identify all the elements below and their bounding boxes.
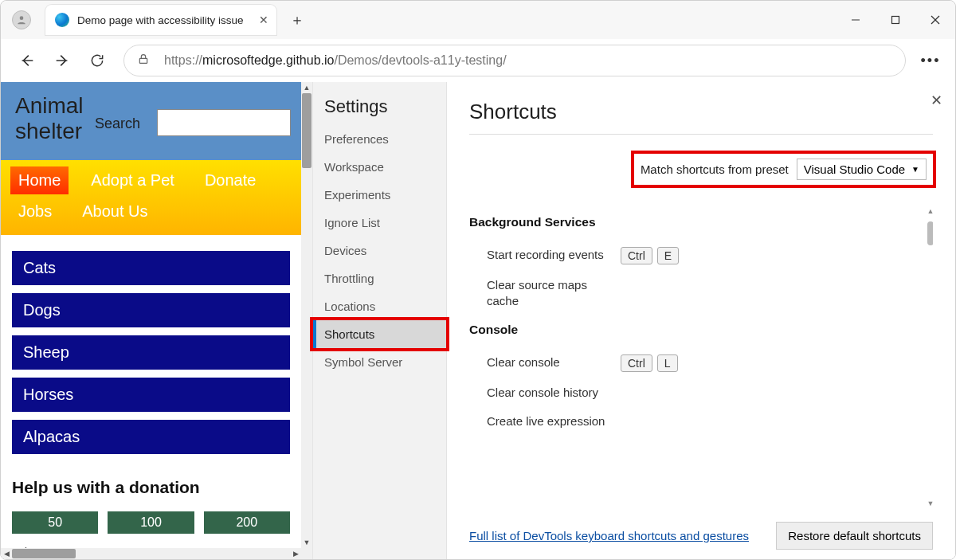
- svg-rect-5: [139, 58, 147, 63]
- settings-title: Settings: [313, 96, 446, 125]
- donate-heading: Help us with a donation: [12, 478, 290, 497]
- scroll-right-arrow[interactable]: ▶: [290, 548, 301, 559]
- nav-link[interactable]: Jobs: [10, 198, 60, 225]
- tab-title: Demo page with accessibility issue: [77, 14, 253, 26]
- shortcut-row: Clear consoleCtrlL: [469, 348, 933, 378]
- preset-row: Match shortcuts from preset Visual Studi…: [634, 154, 933, 185]
- refresh-button[interactable]: [80, 44, 114, 77]
- browser-toolbar: https://microsoftedge.github.io/Demos/de…: [1, 39, 955, 82]
- category-item[interactable]: Cats: [12, 251, 290, 285]
- settings-sidebar-item[interactable]: Workspace: [313, 153, 446, 181]
- scroll-left-arrow[interactable]: ◀: [1, 548, 12, 559]
- nav-link[interactable]: Donate: [197, 166, 264, 194]
- scroll-down-arrow[interactable]: ▼: [301, 537, 312, 548]
- donate-section: Help us with a donation 50100200 Other: [1, 462, 301, 548]
- more-menu-button[interactable]: •••: [915, 53, 946, 69]
- devtools-panel: Settings PreferencesWorkspaceExperiments…: [313, 82, 955, 559]
- new-tab-button[interactable]: ＋: [281, 4, 313, 36]
- shortcut-label: Create live expression: [469, 413, 621, 429]
- forward-button[interactable]: [45, 44, 79, 77]
- preset-value: Visual Studio Code: [804, 163, 905, 176]
- category-item[interactable]: Sheep: [12, 335, 290, 370]
- scroll-thumb[interactable]: [302, 93, 311, 168]
- window-controls: [836, 4, 955, 36]
- restore-defaults-button[interactable]: Restore default shortcuts: [776, 522, 933, 550]
- site-header: Animal shelter Search: [1, 82, 301, 160]
- shortcut-keys: CtrlE: [621, 247, 679, 264]
- donate-amount-button[interactable]: 200: [204, 511, 290, 534]
- url-host: microsoftedge.github.io: [202, 53, 334, 68]
- scroll-thumb[interactable]: [12, 549, 76, 558]
- settings-sidebar-item[interactable]: Symbol Server: [313, 348, 446, 376]
- nav-link[interactable]: Adopt a Pet: [83, 166, 182, 194]
- settings-sidebar-item[interactable]: Shortcuts: [313, 320, 446, 348]
- shortcut-label: Clear source maps cache: [469, 277, 621, 308]
- close-window-button[interactable]: [915, 4, 955, 36]
- full-list-link[interactable]: Full list of DevTools keyboard shortcuts…: [469, 529, 749, 542]
- shortcut-row: Clear source maps cache: [469, 271, 933, 315]
- settings-sidebar-item[interactable]: Preferences: [313, 125, 446, 153]
- tab-close-icon[interactable]: ✕: [259, 14, 268, 26]
- search-label: Search: [95, 116, 140, 132]
- donate-amount-button[interactable]: 100: [108, 511, 194, 534]
- url-path: /Demos/devtools-a11y-testing/: [334, 53, 506, 68]
- maximize-button[interactable]: [876, 4, 915, 36]
- url-scheme: https://: [164, 53, 202, 68]
- nav-link[interactable]: About Us: [74, 198, 155, 225]
- keyboard-key: Ctrl: [621, 247, 652, 264]
- profile-avatar[interactable]: [12, 10, 31, 29]
- category-item[interactable]: Alpacas: [12, 420, 290, 454]
- webpage-viewport: Animal shelter Search HomeAdopt a PetDon…: [1, 82, 313, 559]
- panel-title: Shortcuts: [469, 100, 933, 135]
- settings-main: ✕ Shortcuts Match shortcuts from preset …: [447, 82, 955, 559]
- shortcut-group-title: Background Services: [469, 215, 933, 229]
- page-horizontal-scrollbar[interactable]: ◀ ▶: [1, 548, 301, 559]
- shortcut-scrollbar[interactable]: ▲ ▼: [927, 207, 933, 511]
- address-bar[interactable]: https://microsoftedge.github.io/Demos/de…: [123, 45, 906, 76]
- shortcut-label: Clear console history: [469, 385, 621, 401]
- shortcut-group-title: Console: [469, 323, 933, 337]
- keyboard-key: L: [657, 354, 678, 372]
- shortcut-label: Clear console: [469, 354, 621, 370]
- lock-icon: [137, 53, 150, 69]
- settings-sidebar-item[interactable]: Locations: [313, 292, 446, 320]
- page-vertical-scrollbar[interactable]: ▲ ▼: [301, 82, 312, 548]
- shortcut-list: ▲ ▼ Background ServicesStart recording e…: [469, 207, 933, 511]
- svg-point-0: [20, 16, 24, 20]
- browser-tab[interactable]: Demo page with accessibility issue ✕: [45, 5, 276, 35]
- scroll-down-arrow[interactable]: ▼: [927, 499, 933, 511]
- keyboard-key: Ctrl: [621, 354, 652, 372]
- scroll-corner: [301, 548, 312, 559]
- donate-amount-button[interactable]: 50: [12, 511, 98, 534]
- category-item[interactable]: Horses: [12, 378, 290, 412]
- scroll-up-arrow[interactable]: ▲: [301, 82, 312, 93]
- svg-rect-2: [892, 17, 899, 24]
- nav-link[interactable]: Home: [10, 166, 69, 194]
- shortcut-keys: CtrlL: [621, 354, 678, 372]
- shortcut-label: Start recording events: [469, 247, 621, 263]
- back-button[interactable]: [10, 44, 44, 77]
- site-title: Animal shelter: [15, 93, 103, 144]
- preset-select[interactable]: Visual Studio Code ▼: [797, 159, 927, 180]
- minimize-button[interactable]: [836, 4, 876, 36]
- shortcut-row: Create live expression: [469, 407, 933, 436]
- shortcut-row: Start recording eventsCtrlE: [469, 241, 933, 271]
- category-item[interactable]: Dogs: [12, 293, 290, 327]
- main-nav: HomeAdopt a PetDonateJobsAbout Us: [1, 160, 301, 235]
- browser-titlebar: Demo page with accessibility issue ✕ ＋: [1, 1, 955, 39]
- chevron-down-icon: ▼: [911, 165, 919, 174]
- keyboard-key: E: [657, 247, 679, 264]
- close-settings-button[interactable]: ✕: [931, 92, 942, 109]
- settings-sidebar: Settings PreferencesWorkspaceExperiments…: [313, 82, 447, 559]
- preset-label: Match shortcuts from preset: [641, 163, 789, 176]
- settings-sidebar-item[interactable]: Devices: [313, 237, 446, 264]
- shortcut-row: Clear console history: [469, 378, 933, 407]
- search-input[interactable]: [157, 109, 291, 136]
- scroll-thumb[interactable]: [927, 221, 933, 245]
- category-list: CatsDogsSheepHorsesAlpacas: [1, 235, 301, 462]
- settings-sidebar-item[interactable]: Throttling: [313, 264, 446, 292]
- settings-sidebar-item[interactable]: Ignore List: [313, 209, 446, 237]
- edge-favicon: [55, 13, 69, 27]
- settings-sidebar-item[interactable]: Experiments: [313, 181, 446, 209]
- scroll-up-arrow[interactable]: ▲: [927, 207, 933, 218]
